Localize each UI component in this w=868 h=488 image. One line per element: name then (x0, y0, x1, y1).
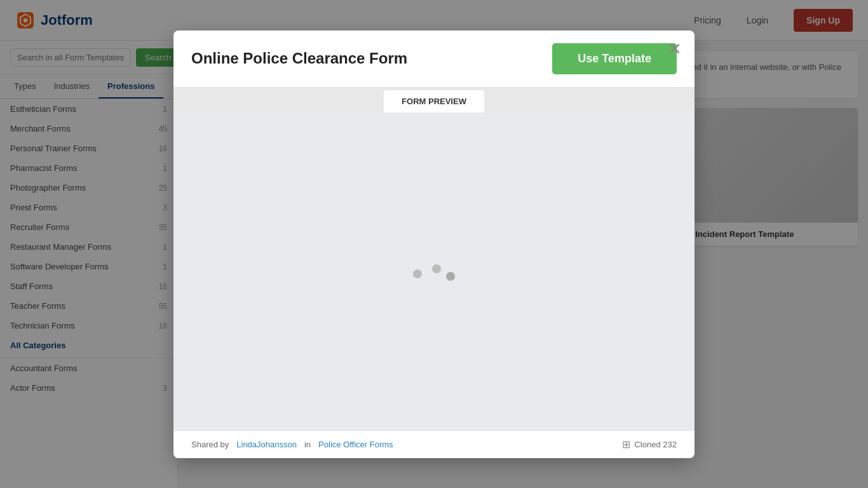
loading-dot-3 (446, 272, 455, 281)
modal-title: Online Police Clearance Form (191, 50, 407, 67)
category-link[interactable]: Police Officer Forms (318, 440, 393, 449)
loading-indicator (416, 267, 452, 276)
modal: ✕ Online Police Clearance Form Use Templ… (173, 30, 695, 458)
modal-footer: Shared by LindaJohansson in Police Offic… (173, 430, 695, 458)
shared-by-label: Shared by (191, 440, 229, 449)
loading-dot-1 (413, 269, 422, 278)
cloned-info: ⊞ Cloned 232 (622, 438, 677, 451)
author-link[interactable]: LindaJohansson (236, 440, 297, 449)
cloned-label: Cloned 232 (634, 440, 677, 449)
modal-tab-form-preview[interactable]: FORM PREVIEW (384, 90, 484, 112)
modal-body (173, 112, 695, 430)
modal-overlay[interactable]: ✕ Online Police Clearance Form Use Templ… (0, 0, 868, 488)
in-label: in (304, 440, 311, 449)
modal-close-button[interactable]: ✕ (668, 41, 682, 57)
cloned-icon: ⊞ (622, 438, 630, 451)
loading-dot-2 (432, 264, 441, 273)
modal-header: Online Police Clearance Form Use Templat… (173, 30, 695, 88)
modal-tab-bar: FORM PREVIEW (173, 88, 695, 112)
use-template-button[interactable]: Use Template (552, 43, 677, 74)
